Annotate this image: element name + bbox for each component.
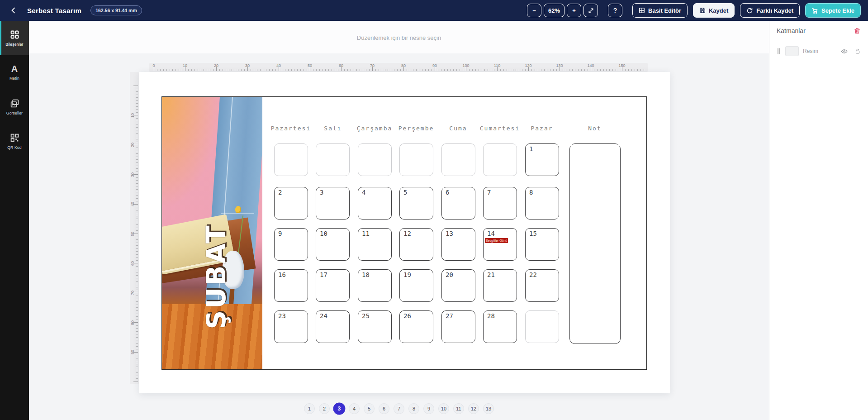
calendar-day-cell[interactable]: 4 xyxy=(358,187,392,220)
calendar-day-cell[interactable]: 24 xyxy=(316,310,350,343)
fit-screen-button[interactable] xyxy=(583,4,598,17)
lock-icon xyxy=(854,48,861,54)
calendar-day-cell[interactable]: 14Sevgililer Günü xyxy=(483,228,517,261)
chevron-left-icon xyxy=(10,7,17,14)
calendar-day-cell[interactable]: 13 xyxy=(441,228,475,261)
artwork-tulip xyxy=(235,206,241,213)
day-number: 22 xyxy=(529,271,537,278)
zoom-in-button[interactable]: + xyxy=(567,4,581,17)
ruler-v-label: 80 xyxy=(130,320,135,325)
day-number: 26 xyxy=(403,312,411,320)
sepete-ekle-button[interactable]: Sepete Ekle xyxy=(805,3,861,18)
calendar-day-cell[interactable] xyxy=(441,143,475,176)
page-button-8[interactable]: 8 xyxy=(408,403,419,414)
page-button-6[interactable]: 6 xyxy=(379,403,389,414)
layer-thumbnail xyxy=(785,46,799,56)
page-button-3[interactable]: 3 xyxy=(333,403,346,415)
day-number: 25 xyxy=(362,312,370,320)
save-as-refresh-icon xyxy=(746,7,753,14)
page-button-13[interactable]: 13 xyxy=(483,403,494,414)
layer-label: Resim xyxy=(803,48,834,54)
calendar-day-cell[interactable]: 23 xyxy=(274,310,308,343)
sidebar-item-bilesenler[interactable]: Bileşenler xyxy=(0,21,29,55)
back-button[interactable] xyxy=(7,4,20,17)
day-number: 19 xyxy=(403,271,411,278)
ruler-h-label: 20 xyxy=(214,63,218,68)
page-button-11[interactable]: 11 xyxy=(453,403,464,414)
eye-icon xyxy=(841,48,848,55)
day-number: 21 xyxy=(487,271,495,278)
calendar-day-cell[interactable]: 7 xyxy=(483,187,517,220)
farkli-kaydet-button[interactable]: Farklı Kaydet xyxy=(740,3,800,18)
calendar-day-cell[interactable]: 3 xyxy=(316,187,350,220)
ruler-h-label: 130 xyxy=(556,63,563,68)
february-artwork-image[interactable]: ŞUBAT xyxy=(162,97,262,369)
calendar-day-cell[interactable]: 16 xyxy=(274,269,308,302)
layer-lock-button[interactable] xyxy=(854,48,861,54)
calendar-day-cell[interactable]: 21 xyxy=(483,269,517,302)
layer-visibility-button[interactable] xyxy=(841,48,848,55)
ruler-h-label: 0 xyxy=(152,63,155,68)
calendar-day-cell[interactable]: 5 xyxy=(399,187,433,220)
calendar-day-cell[interactable]: 2 xyxy=(274,187,308,220)
calendar-day-cell[interactable]: 6 xyxy=(441,187,475,220)
calendar-day-cell[interactable] xyxy=(399,143,433,176)
calendar-day-cell[interactable]: 10 xyxy=(316,228,350,261)
kaydet-button[interactable]: Kaydet xyxy=(693,3,735,18)
page-button-4[interactable]: 4 xyxy=(349,403,360,414)
note-column-header: Not xyxy=(588,125,601,132)
left-sidebar: Bileşenler A Metin Görseller QR Kod xyxy=(0,21,29,420)
calendar-day-cell[interactable] xyxy=(483,143,517,176)
help-button[interactable]: ? xyxy=(608,4,622,17)
month-title: ŞUBAT xyxy=(201,224,232,329)
calendar-day-cell[interactable]: 15 xyxy=(525,228,559,261)
calendar-day-cell[interactable]: 26 xyxy=(399,310,433,343)
zoom-level[interactable]: 62% xyxy=(544,4,564,17)
ruler-h-label: 60 xyxy=(339,63,343,68)
calendar-day-cell[interactable]: 11 xyxy=(358,228,392,261)
note-column-box[interactable] xyxy=(569,143,621,344)
delete-layer-button[interactable] xyxy=(854,27,861,34)
calendar-day-cell[interactable]: 8 xyxy=(525,187,559,220)
zoom-out-button[interactable]: − xyxy=(527,4,541,17)
sidebar-item-gorseller[interactable]: Görseller xyxy=(0,90,29,124)
day-number: 6 xyxy=(446,189,449,196)
drag-handle-icon[interactable] xyxy=(777,48,781,55)
day-number: 8 xyxy=(529,189,533,196)
page-button-9[interactable]: 9 xyxy=(423,403,434,414)
sidebar-item-metin[interactable]: A Metin xyxy=(0,55,29,90)
page-button-5[interactable]: 5 xyxy=(364,403,375,414)
page-button-2[interactable]: 2 xyxy=(319,403,330,414)
calendar-day-cell[interactable]: 19 xyxy=(399,269,433,302)
calendar-day-cell[interactable] xyxy=(316,143,350,176)
calendar-day-cell[interactable]: 20 xyxy=(441,269,475,302)
sidebar-item-qr-kod[interactable]: QR Kod xyxy=(0,124,29,158)
basit-editor-button[interactable]: Basit Editör xyxy=(632,3,688,18)
grid-layout-icon xyxy=(639,7,645,14)
page-button-7[interactable]: 7 xyxy=(394,403,404,414)
calendar-day-cell[interactable]: 12 xyxy=(399,228,433,261)
calendar-day-cell[interactable] xyxy=(274,143,308,176)
day-number: 18 xyxy=(362,271,370,278)
layer-row-resim[interactable]: Resim xyxy=(774,43,863,59)
calendar-day-cell[interactable]: 25 xyxy=(358,310,392,343)
day-header: Salı xyxy=(324,125,342,132)
ruler-h-label: 140 xyxy=(587,63,594,68)
dimensions-badge: 162.56 x 91.44 mm xyxy=(90,5,142,15)
calendar-day-cell[interactable]: 18 xyxy=(358,269,392,302)
page-button-10[interactable]: 10 xyxy=(438,403,449,414)
page-button-12[interactable]: 12 xyxy=(468,403,479,414)
ruler-h-label: 10 xyxy=(183,63,187,68)
ruler-h-label: 120 xyxy=(525,63,531,68)
artboard-page[interactable]: ŞUBAT PazartesiSalıÇarşambaPerşembeCumaC… xyxy=(139,72,670,393)
calendar-day-cell[interactable] xyxy=(358,143,392,176)
calendar-day-cell[interactable]: 28 xyxy=(483,310,517,343)
ruler-h-label: 30 xyxy=(245,63,250,68)
calendar-day-cell[interactable]: 17 xyxy=(316,269,350,302)
calendar-day-cell[interactable] xyxy=(525,310,559,343)
calendar-day-cell[interactable]: 9 xyxy=(274,228,308,261)
calendar-day-cell[interactable]: 27 xyxy=(441,310,475,343)
page-button-1[interactable]: 1 xyxy=(304,403,315,414)
calendar-day-cell[interactable]: 1 xyxy=(525,143,559,176)
calendar-day-cell[interactable]: 22 xyxy=(525,269,559,302)
